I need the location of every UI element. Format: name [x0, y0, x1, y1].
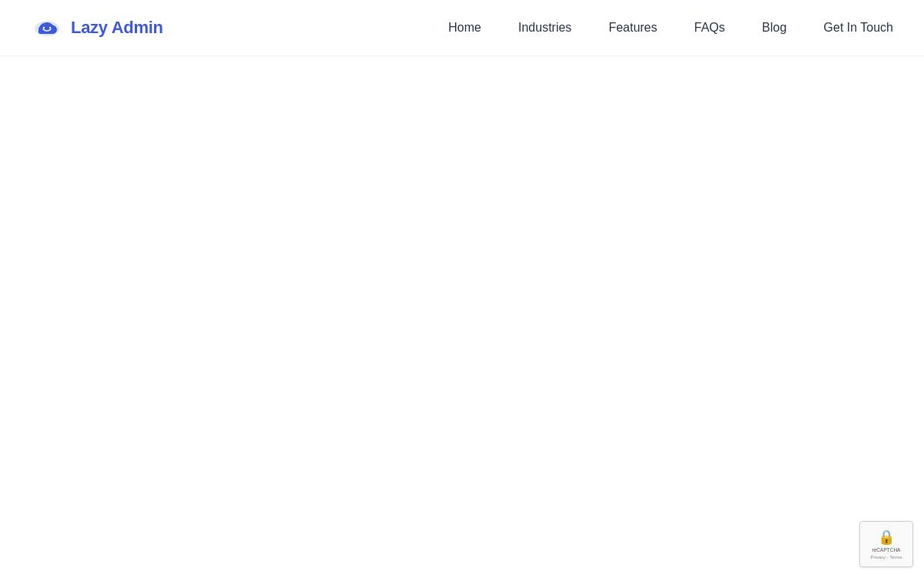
- recaptcha-badge: 🔒 reCAPTCHA Privacy - Terms: [859, 521, 913, 567]
- svg-point-2: [49, 27, 51, 29]
- svg-point-1: [43, 27, 45, 29]
- recaptcha-label: reCAPTCHA: [872, 547, 901, 553]
- nav-get-in-touch[interactable]: Get In Touch: [824, 21, 893, 35]
- site-header: Lazy Admin Home Industries Features FAQs…: [0, 0, 924, 56]
- recaptcha-terms: Terms: [889, 555, 902, 560]
- recaptcha-privacy: Privacy: [870, 555, 886, 560]
- nav-home[interactable]: Home: [448, 21, 481, 35]
- nav-blog[interactable]: Blog: [762, 21, 787, 35]
- logo-icon: [31, 12, 63, 44]
- main-nav: Home Industries Features FAQs Blog Get I…: [448, 21, 893, 35]
- nav-features[interactable]: Features: [608, 21, 657, 35]
- logo-text: Lazy Admin: [71, 18, 163, 38]
- logo-link[interactable]: Lazy Admin: [31, 12, 163, 44]
- recaptcha-logo-icon: 🔒: [878, 529, 895, 546]
- nav-industries[interactable]: Industries: [518, 21, 571, 35]
- recaptcha-links: Privacy - Terms: [870, 555, 902, 560]
- nav-faqs[interactable]: FAQs: [695, 21, 725, 35]
- main-content: [0, 56, 924, 578]
